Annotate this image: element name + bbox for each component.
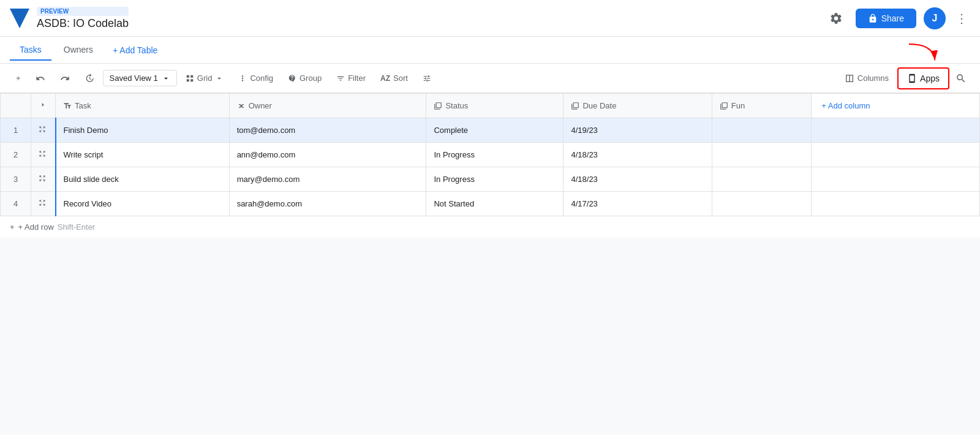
table-row[interactable]: 4 Record Video sarah@demo.com Not Starte… xyxy=(1,192,980,216)
fun-column-header: Fun xyxy=(712,94,812,118)
status-cell: In Progress xyxy=(426,143,564,167)
undo-icon xyxy=(36,74,45,83)
due-date-column-header: Due Date xyxy=(564,94,712,118)
settings-button[interactable] xyxy=(824,6,848,31)
plus-icon: + xyxy=(16,74,21,83)
toolbar: + Saved View 1 xyxy=(0,64,980,93)
columns-label: Columns xyxy=(858,74,889,83)
lock-icon xyxy=(868,13,878,23)
chevron-down-icon xyxy=(162,74,170,83)
table-row[interactable]: 2 Write script ann@demo.com In Progress … xyxy=(1,143,980,167)
header: PREVIEW ASDB: IO Codelab Share J ⋮ xyxy=(0,0,980,37)
undo-button[interactable] xyxy=(29,70,51,87)
config-icon xyxy=(238,74,247,83)
fun-cell xyxy=(712,192,812,216)
grid-button[interactable]: Grid xyxy=(179,70,230,86)
sort-label: Sort xyxy=(393,74,408,83)
toolbar-wrapper: + Saved View 1 xyxy=(0,64,980,93)
columns-icon xyxy=(845,74,854,83)
share-button[interactable]: Share xyxy=(856,9,916,28)
app-title: ASDB: IO Codelab xyxy=(37,17,129,29)
history-button[interactable] xyxy=(78,70,100,87)
date-icon xyxy=(571,102,579,110)
owner-cell: ann@demo.com xyxy=(229,143,426,167)
add-column-label: + Add column xyxy=(821,101,870,110)
add-column-button[interactable]: + Add column xyxy=(812,94,980,118)
filter-button[interactable]: Filter xyxy=(330,70,372,86)
table-row[interactable]: 3 Build slide deck mary@demo.com In Prog… xyxy=(1,167,980,192)
expand-cell xyxy=(31,192,56,216)
task-cell[interactable]: Build slide deck xyxy=(56,167,230,192)
row-expand-icon xyxy=(39,175,46,182)
filter-icon xyxy=(336,74,345,83)
redo-button[interactable] xyxy=(54,70,76,87)
extra-cell xyxy=(812,118,980,143)
fun-cell xyxy=(712,118,812,143)
sort-button[interactable]: AZ Sort xyxy=(374,70,414,86)
due-date-cell: 4/18/23 xyxy=(564,167,712,192)
text-icon xyxy=(63,102,72,110)
due-date-cell: 4/19/23 xyxy=(564,118,712,143)
task-cell[interactable]: Record Video xyxy=(56,192,230,216)
add-row-toolbar-button[interactable]: + xyxy=(10,70,27,86)
owner-cell: mary@demo.com xyxy=(229,167,426,192)
grid-label: Grid xyxy=(197,74,213,83)
tab-tasks[interactable]: Tasks xyxy=(10,40,51,61)
expand-cell xyxy=(31,143,56,167)
apps-button-wrapper: Apps xyxy=(897,67,949,89)
link-icon xyxy=(237,102,246,110)
apps-button[interactable]: Apps xyxy=(900,70,947,87)
row-expand-icon xyxy=(39,126,46,133)
task-cell[interactable]: Write script xyxy=(56,143,230,167)
share-label: Share xyxy=(881,13,904,23)
saved-view-dropdown[interactable]: Saved View 1 xyxy=(103,70,177,86)
expand-icon xyxy=(39,100,47,109)
config-button[interactable]: Config xyxy=(232,70,279,86)
app-title-block: PREVIEW ASDB: IO Codelab xyxy=(37,7,129,30)
adjust-button[interactable] xyxy=(417,70,437,86)
apps-label: Apps xyxy=(920,74,940,83)
status-cell: In Progress xyxy=(426,167,564,192)
redo-icon xyxy=(60,74,70,83)
row-number: 3 xyxy=(1,167,31,192)
more-options-button[interactable]: ⋮ xyxy=(953,9,970,28)
gear-icon xyxy=(829,12,843,25)
phone-icon xyxy=(907,74,917,83)
history-icon xyxy=(85,74,94,83)
due-date-cell: 4/18/23 xyxy=(564,143,712,167)
add-row-shortcut: Shift-Enter xyxy=(58,222,95,232)
search-button[interactable] xyxy=(952,69,970,88)
row-num-header xyxy=(1,94,31,118)
adjust-icon xyxy=(423,74,431,83)
add-row-icon: + xyxy=(10,222,15,232)
columns-button[interactable]: Columns xyxy=(839,70,895,87)
tabs-bar: Tasks Owners + Add Table xyxy=(0,37,980,64)
row-number: 4 xyxy=(1,192,31,216)
extra-cell xyxy=(812,167,980,192)
expand-cell xyxy=(31,118,56,143)
user-avatar[interactable]: J xyxy=(924,7,946,29)
extra-cell xyxy=(812,143,980,167)
group-icon xyxy=(288,74,296,83)
tab-owners[interactable]: Owners xyxy=(54,40,103,61)
toolbar-right: Columns Apps xyxy=(839,67,970,89)
grid-icon xyxy=(186,74,194,83)
az-icon: AZ xyxy=(380,74,390,83)
header-left: PREVIEW ASDB: IO Codelab xyxy=(10,7,129,30)
config-label: Config xyxy=(250,74,273,83)
table-row[interactable]: 1 Finish Demo tom@demo.com Complete 4/19… xyxy=(1,118,980,143)
data-table: Task Owner Status xyxy=(0,93,980,216)
expand-header xyxy=(31,94,56,118)
row-number: 1 xyxy=(1,118,31,143)
add-table-button[interactable]: + Add Table xyxy=(105,40,165,60)
add-row-button[interactable]: + + Add row Shift-Enter xyxy=(0,216,980,238)
task-cell[interactable]: Finish Demo xyxy=(56,118,230,143)
group-button[interactable]: Group xyxy=(282,70,328,86)
extra-cell xyxy=(812,192,980,216)
fun-cell xyxy=(712,143,812,167)
row-expand-icon xyxy=(39,199,46,206)
owner-cell: sarah@demo.com xyxy=(229,192,426,216)
status-cell: Not Started xyxy=(426,192,564,216)
toolbar-left: + Saved View 1 xyxy=(10,70,437,87)
due-date-cell: 4/17/23 xyxy=(564,192,712,216)
